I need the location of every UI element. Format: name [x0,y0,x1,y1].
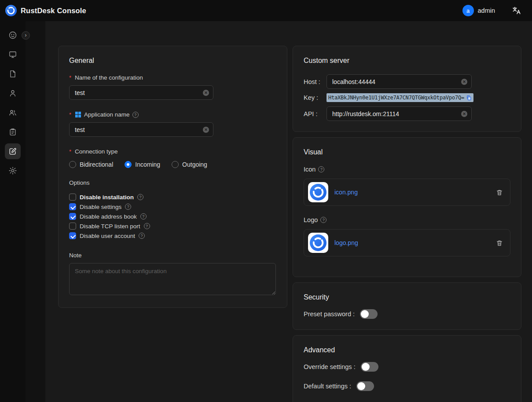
username[interactable]: admin [478,7,495,14]
options-group: Options Disable installation ? Disable s… [69,179,276,241]
radio-incoming[interactable]: Incoming [125,161,160,168]
windows-icon [75,111,81,118]
config-name-group: * Name of the configuration ✕ [69,74,276,100]
radio-icon-checked [125,161,132,168]
app-header: RustDesk Console a admin [0,0,532,21]
override-settings-toggle[interactable] [361,362,378,372]
connection-type-group: * Connection type Bidirectional Incoming… [69,148,276,168]
logo-preview [308,233,328,253]
status-smiley-icon [8,31,17,40]
clear-icon[interactable]: ✕ [461,79,467,85]
config-name-label: Name of the configuration [75,74,143,81]
brand: RustDesk Console [5,5,86,16]
logo-label: Logo [304,216,318,223]
preset-password-label: Preset password : [304,311,355,318]
note-label: Note [69,252,82,259]
checkbox-disable-address-book[interactable]: Disable address book ? [69,212,276,221]
sidebar-item-custom-clients[interactable] [5,143,21,159]
radio-bidirectional[interactable]: Bidirectional [69,161,113,168]
checkbox-label: Disable settings [80,204,121,210]
checkbox-icon [69,194,76,201]
sidebar-item-audit[interactable] [5,124,21,140]
help-icon[interactable]: ? [144,223,150,229]
application-name-input[interactable] [69,122,213,137]
language-translate-icon[interactable] [512,6,521,15]
toggle-knob [362,363,370,371]
checkbox-label: Disable user account [80,233,135,239]
rustdesk-logo-icon [5,5,17,16]
sidebar-item-dashboard[interactable] [5,27,21,43]
visual-card: Visual Icon ? icon.png Logo ? [293,137,521,277]
logo-file-link[interactable]: logo.png [334,239,358,246]
sidebar-item-devices[interactable] [5,47,21,62]
note-group: Note [69,252,276,297]
help-icon[interactable]: ? [320,217,327,223]
key-text: HtaXBkJNHyn0e1U1jWXze7A7CN7QTGWqxkOtpaVp… [328,95,464,101]
checkbox-disable-installation[interactable]: Disable installation ? [69,192,276,202]
default-settings-label: Default settings : [304,383,351,390]
required-marker: * [69,111,71,118]
document-icon [8,69,17,78]
user-avatar[interactable]: a [462,5,474,16]
checkbox-disable-tcp-listen-port[interactable]: Disable TCP listen port ? [69,221,276,231]
preset-password-toggle[interactable] [360,309,378,319]
user-icon [8,89,17,98]
general-card-title: General [69,57,276,65]
help-icon[interactable]: ? [132,112,139,118]
required-marker: * [69,74,71,81]
server-key-value[interactable]: HtaXBkJNHyn0e1U1jWXze7A7CN7QTGWqxkOtpaVp… [327,93,473,102]
api-input[interactable] [327,106,472,121]
sidebar-item-settings[interactable] [5,163,21,179]
icon-file-box: icon.png [304,179,510,206]
help-icon[interactable]: ? [140,213,147,219]
sidebar-item-groups[interactable] [5,105,21,121]
checkbox-icon-checked [69,232,76,239]
custom-server-title: Custom server [304,57,510,65]
required-marker: * [69,148,71,155]
host-input[interactable] [327,74,472,89]
radio-icon [172,161,179,168]
radio-label: Incoming [135,161,160,168]
sidebar-item-users[interactable] [5,85,21,101]
general-card: General * Name of the configuration ✕ * [58,46,287,308]
help-icon[interactable]: ? [125,204,131,210]
groups-icon [8,108,17,117]
connection-type-label: Connection type [75,148,118,155]
checkbox-label: Disable installation [80,194,134,201]
help-icon[interactable]: ? [139,233,145,239]
preset-password-row: Preset password : [304,309,510,319]
checkbox-icon [69,223,76,230]
radio-outgoing[interactable]: Outgoing [172,161,207,168]
clear-icon[interactable]: ✕ [461,111,467,117]
custom-server-card: Custom server Host : ✕ Key : HtaXBkJNHyn… [293,46,521,132]
devices-monitor-icon [8,50,17,59]
content-area: General * Name of the configuration ✕ * [45,21,532,402]
toggle-knob [361,310,369,318]
main-area: General * Name of the configuration ✕ * [26,21,532,402]
sidebar-expand-button[interactable]: › [22,31,30,40]
checkbox-disable-settings[interactable]: Disable settings ? [69,202,276,212]
settings-gear-icon [8,166,17,175]
help-icon[interactable]: ? [137,194,143,200]
note-textarea[interactable] [69,263,276,295]
icon-file-link[interactable]: icon.png [334,189,358,196]
copy-icon[interactable] [466,95,472,101]
help-icon[interactable]: ? [318,166,324,172]
clear-icon[interactable]: ✕ [203,90,209,96]
checkbox-disable-user-account[interactable]: Disable user account ? [69,231,276,241]
sidebar-item-documents[interactable] [5,66,21,82]
options-label: Options [69,179,90,186]
default-settings-toggle[interactable] [356,381,374,391]
key-label: Key : [304,94,327,101]
host-row: Host : ✕ [304,74,510,89]
delete-logo-trash[interactable] [496,239,503,247]
delete-icon-trash[interactable] [496,189,503,196]
audit-log-icon [8,128,17,136]
host-label: Host : [304,78,327,85]
clear-icon[interactable]: ✕ [203,127,209,133]
api-label: API : [304,110,327,117]
checkbox-label: Disable TCP listen port [80,223,140,230]
toggle-knob [357,382,365,390]
config-name-input[interactable] [69,85,213,100]
checkbox-label: Disable address book [80,213,137,220]
